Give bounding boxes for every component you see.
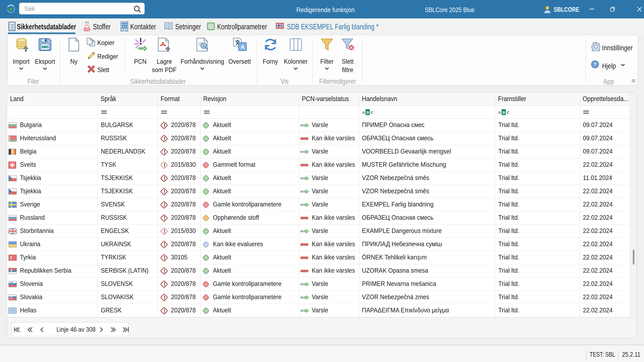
svg-text:!: ! xyxy=(164,281,166,287)
svg-text:A: A xyxy=(498,110,501,115)
svg-text:!: ! xyxy=(164,268,166,274)
svg-text:!: ! xyxy=(164,135,166,142)
svg-text:!: ! xyxy=(164,228,166,234)
svg-text:!: ! xyxy=(164,149,166,155)
svg-text:A: A xyxy=(362,110,365,115)
svg-text:!: ! xyxy=(164,215,166,221)
svg-text:B: B xyxy=(502,110,505,115)
svg-text:!: ! xyxy=(164,162,166,168)
svg-text:!: ! xyxy=(164,294,166,300)
svg-text:B: B xyxy=(366,110,369,115)
svg-text:!: ! xyxy=(164,241,166,247)
svg-text:C: C xyxy=(371,110,373,115)
svg-text:A: A xyxy=(240,44,245,50)
svg-text:!: ! xyxy=(164,188,166,194)
svg-text:!: ! xyxy=(164,308,166,314)
svg-text:!: ! xyxy=(164,255,166,261)
svg-text:?: ? xyxy=(593,61,596,67)
svg-text:!: ! xyxy=(164,175,166,181)
svg-text:!: ! xyxy=(164,202,166,208)
svg-text:C: C xyxy=(507,110,510,115)
svg-text:!: ! xyxy=(164,122,166,128)
